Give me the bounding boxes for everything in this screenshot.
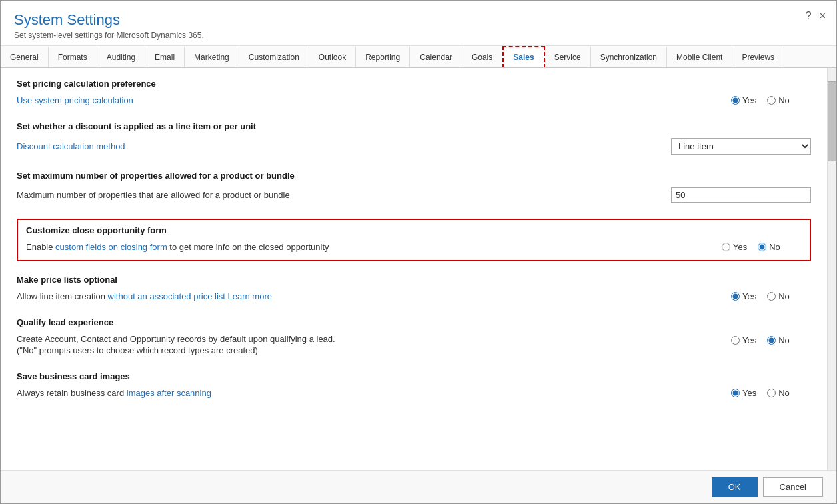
opportunity-yes-option[interactable]: Yes <box>722 242 747 252</box>
system-settings-dialog: System Settings Set system-level setting… <box>0 0 837 504</box>
learn-more-link[interactable]: Learn more <box>228 291 272 301</box>
pricing-label: Use system pricing calculation <box>17 95 731 105</box>
opportunity-no-option[interactable]: No <box>758 242 780 252</box>
business-card-yes-option[interactable]: Yes <box>731 388 756 398</box>
price-lists-yes-option[interactable]: Yes <box>731 291 756 301</box>
opportunity-label: Enable custom fields on closing form to … <box>26 242 722 252</box>
tab-previews[interactable]: Previews <box>732 46 784 67</box>
properties-input[interactable] <box>671 187 811 203</box>
title-bar: System Settings Set system-level setting… <box>1 1 836 46</box>
tab-synchronization[interactable]: Synchronization <box>591 46 667 67</box>
price-lists-row: Allow line item creation without an asso… <box>17 289 811 304</box>
qualify-lead-row: Create Account, Contact and Opportunity … <box>17 331 811 358</box>
section-opportunity-title: Customize close opportunity form <box>26 225 802 235</box>
footer: OK Cancel <box>1 470 836 503</box>
business-card-link: images after scanning <box>127 388 211 398</box>
cancel-button[interactable]: Cancel <box>763 477 823 497</box>
price-lists-label: Allow line item creation without an asso… <box>17 291 731 301</box>
business-card-yes-radio[interactable] <box>731 389 740 397</box>
section-qualify-lead-title: Qualify lead experience <box>17 317 811 327</box>
price-lists-no-option[interactable]: No <box>767 291 790 301</box>
section-price-lists: Make price lists optional Allow line ite… <box>17 275 811 304</box>
close-button[interactable]: × <box>820 10 826 22</box>
main-content: Set pricing calculation preference Use s… <box>1 68 827 470</box>
price-lists-yes-radio[interactable] <box>731 292 740 301</box>
qualify-lead-no-option[interactable]: No <box>767 335 790 345</box>
tab-customization[interactable]: Customization <box>239 46 309 67</box>
properties-row: Maximum number of properties that are al… <box>17 185 811 205</box>
dialog-subtitle: Set system-level settings for Microsoft … <box>14 31 823 40</box>
qualify-lead-note: ("No" prompts users to choose which reco… <box>17 345 731 355</box>
tab-email[interactable]: Email <box>145 46 185 67</box>
price-lists-radio-group: Yes No <box>731 291 811 301</box>
dialog-title: System Settings <box>14 11 823 29</box>
tab-marketing[interactable]: Marketing <box>185 46 239 67</box>
tab-reporting[interactable]: Reporting <box>356 46 410 67</box>
scrollbar-thumb[interactable] <box>828 81 836 161</box>
qualify-lead-label-area: Create Account, Contact and Opportunity … <box>17 334 731 355</box>
pricing-yes-radio[interactable] <box>731 96 740 105</box>
section-business-card-title: Save business card images <box>17 371 811 381</box>
business-card-no-radio[interactable] <box>767 389 776 397</box>
opportunity-no-radio[interactable] <box>758 243 766 251</box>
content-area: Set pricing calculation preference Use s… <box>1 68 836 470</box>
window-controls: ? × <box>806 10 826 22</box>
tab-mobile-client[interactable]: Mobile Client <box>667 46 732 67</box>
section-properties: Set maximum number of properties allowed… <box>17 171 811 205</box>
opportunity-row: Enable custom fields on closing form to … <box>26 239 802 255</box>
section-qualify-lead: Qualify lead experience Create Account, … <box>17 317 811 358</box>
tab-formats[interactable]: Formats <box>49 46 97 67</box>
discount-label: Discount calculation method <box>17 141 671 151</box>
business-card-no-option[interactable]: No <box>767 388 790 398</box>
pricing-yes-option[interactable]: Yes <box>731 95 756 105</box>
scrollbar-track[interactable] <box>827 68 836 470</box>
discount-row: Discount calculation method Line item Pe… <box>17 135 811 157</box>
business-card-label: Always retain business card images after… <box>17 388 731 398</box>
qualify-lead-label: Create Account, Contact and Opportunity … <box>17 334 335 344</box>
ok-button[interactable]: OK <box>712 477 758 497</box>
opportunity-link[interactable]: custom fields on closing form <box>55 242 167 252</box>
discount-select[interactable]: Line item Per unit <box>671 138 811 155</box>
tab-sales[interactable]: Sales <box>502 46 544 68</box>
tab-goals[interactable]: Goals <box>462 46 502 67</box>
tab-general[interactable]: General <box>1 46 49 67</box>
business-card-row: Always retain business card images after… <box>17 385 811 401</box>
tab-outlook[interactable]: Outlook <box>309 46 356 67</box>
section-business-card: Save business card images Always retain … <box>17 371 811 401</box>
opportunity-yes-radio[interactable] <box>722 243 730 251</box>
qualify-lead-yes-option[interactable]: Yes <box>731 335 756 345</box>
pricing-radio-group: Yes No <box>731 95 811 105</box>
section-price-lists-title: Make price lists optional <box>17 275 811 285</box>
tabs-container: General Formats Auditing Email Marketing… <box>1 46 836 68</box>
price-lists-link: without an associated price list <box>108 291 225 301</box>
section-discount-title: Set whether a discount is applied as a l… <box>17 121 811 131</box>
tab-calendar[interactable]: Calendar <box>410 46 462 67</box>
qualify-lead-yes-radio[interactable] <box>731 336 740 345</box>
tab-service[interactable]: Service <box>545 46 591 67</box>
section-discount: Set whether a discount is applied as a l… <box>17 121 811 157</box>
pricing-row: Use system pricing calculation Yes No <box>17 93 811 108</box>
price-lists-no-radio[interactable] <box>767 292 776 301</box>
properties-label: Maximum number of properties that are al… <box>17 190 671 200</box>
opportunity-radio-group: Yes No <box>722 242 802 252</box>
properties-input-cell <box>671 187 811 203</box>
help-button[interactable]: ? <box>806 10 812 22</box>
business-card-radio-group: Yes No <box>731 388 811 398</box>
section-pricing: Set pricing calculation preference Use s… <box>17 79 811 108</box>
discount-dropdown-cell: Line item Per unit <box>671 138 811 155</box>
qualify-lead-radio-group: Yes No <box>731 335 811 345</box>
pricing-no-radio[interactable] <box>767 96 776 105</box>
section-pricing-title: Set pricing calculation preference <box>17 79 811 89</box>
section-properties-title: Set maximum number of properties allowed… <box>17 171 811 181</box>
tab-auditing[interactable]: Auditing <box>97 46 145 67</box>
pricing-no-option[interactable]: No <box>767 95 790 105</box>
section-opportunity-highlighted: Customize close opportunity form Enable … <box>17 219 811 261</box>
qualify-lead-no-radio[interactable] <box>767 336 776 345</box>
